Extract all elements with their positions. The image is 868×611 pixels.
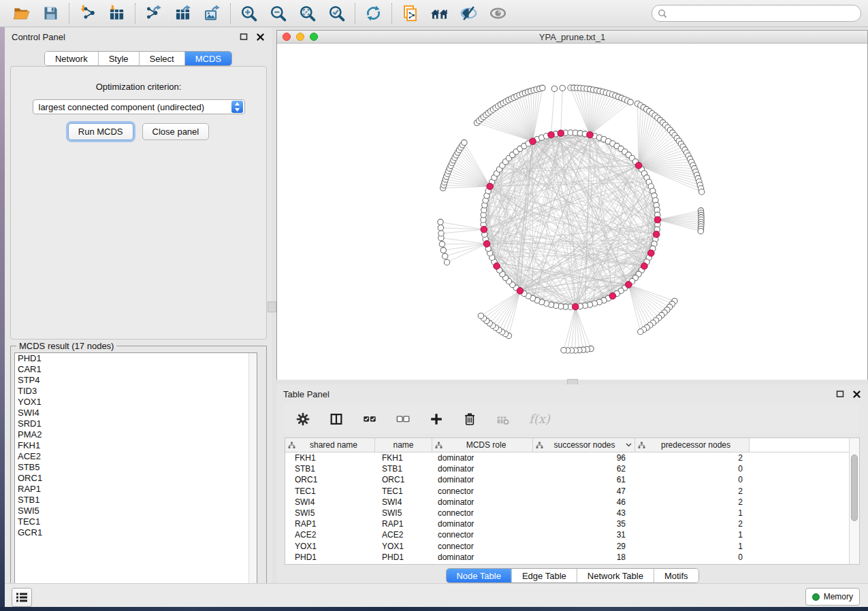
graph-node[interactable] xyxy=(440,248,446,253)
graph-node[interactable] xyxy=(438,225,443,231)
network-window-titlebar[interactable]: YPA_prune.txt_1 xyxy=(277,31,867,44)
zoom-selected-button[interactable] xyxy=(322,3,351,24)
column-header-shared-name[interactable]: shared name xyxy=(285,438,375,452)
mcds-node[interactable] xyxy=(483,241,490,248)
graph-node[interactable] xyxy=(551,86,557,91)
minimize-traffic-light[interactable] xyxy=(296,33,304,41)
graph-node[interactable] xyxy=(698,229,703,234)
column-header-successor-nodes[interactable]: successor nodes xyxy=(533,438,635,452)
table-scrollbar-thumb[interactable] xyxy=(851,455,858,521)
graph-node[interactable] xyxy=(444,259,449,265)
export-network-button[interactable] xyxy=(139,3,168,24)
hide-selected-button[interactable] xyxy=(454,3,483,24)
graph-node[interactable] xyxy=(439,242,445,247)
search-input[interactable] xyxy=(671,7,855,19)
run-mcds-button[interactable]: Run MCDS xyxy=(68,123,133,140)
graph-node[interactable] xyxy=(560,85,565,90)
zoom-out-button[interactable] xyxy=(263,3,293,24)
graph-node[interactable] xyxy=(699,189,705,195)
vertical-splitter-grip[interactable] xyxy=(268,301,276,312)
refresh-layout-button[interactable] xyxy=(359,3,388,24)
result-list-item[interactable]: SRD1 xyxy=(15,418,257,429)
result-list-item[interactable]: FKH1 xyxy=(15,440,257,451)
graph-node[interactable] xyxy=(628,99,633,105)
result-list-item[interactable]: GCR1 xyxy=(15,527,257,538)
table-row[interactable]: ORC1ORC1dominator610 xyxy=(285,474,859,485)
vertical-splitter[interactable] xyxy=(272,27,276,583)
mcds-node[interactable] xyxy=(626,282,632,288)
close-icon[interactable] xyxy=(254,31,266,43)
result-list-item[interactable]: STB1 xyxy=(15,495,257,506)
new-network-from-selection-button[interactable] xyxy=(396,3,425,24)
tab-select[interactable]: Select xyxy=(139,52,184,65)
open-file-button[interactable] xyxy=(7,3,36,24)
horizontal-splitter[interactable] xyxy=(276,380,868,384)
mcds-node[interactable] xyxy=(653,231,660,238)
graph-node[interactable] xyxy=(438,219,443,225)
show-columns-button[interactable] xyxy=(329,412,344,427)
tab-mcds[interactable]: MCDS xyxy=(184,52,231,65)
table-row[interactable]: RAP1RAP1dominator352 xyxy=(285,518,859,529)
table-row[interactable]: FKH1FKH1dominator962 xyxy=(285,452,859,463)
table-tab-motifs[interactable]: Motifs xyxy=(654,569,698,582)
table-row[interactable]: STB1STB1dominator620 xyxy=(285,463,859,474)
zoom-fit-button[interactable] xyxy=(293,3,322,24)
tab-style[interactable]: Style xyxy=(98,52,139,65)
mcds-node[interactable] xyxy=(572,303,579,310)
maximize-traffic-light[interactable] xyxy=(310,33,318,41)
mcds-node[interactable] xyxy=(648,250,655,257)
table-tab-network-table[interactable]: Network Table xyxy=(577,569,654,582)
node-table[interactable]: shared namenameMCDS rolesuccessor nodesp… xyxy=(285,437,860,565)
graph-node[interactable] xyxy=(443,254,448,259)
graph-node[interactable] xyxy=(540,85,545,90)
column-header-name[interactable]: name xyxy=(375,438,432,452)
result-list-item[interactable]: ORC1 xyxy=(15,473,257,484)
mcds-node[interactable] xyxy=(558,130,564,137)
mcds-node[interactable] xyxy=(494,263,500,269)
table-row[interactable]: YOX1YOX1connector291 xyxy=(285,541,859,552)
table-row[interactable]: TEC1TEC1connector472 xyxy=(285,486,859,497)
result-list-item[interactable]: TID3 xyxy=(15,386,257,397)
mcds-node[interactable] xyxy=(487,183,494,190)
column-header-MCDS-role[interactable]: MCDS role xyxy=(432,438,533,452)
result-list-item[interactable]: PMA2 xyxy=(15,429,257,440)
close-icon[interactable] xyxy=(850,388,863,400)
close-panel-button[interactable]: Close panel xyxy=(142,123,210,140)
result-list-item[interactable]: ACE2 xyxy=(15,451,257,462)
mcds-node[interactable] xyxy=(548,131,555,138)
export-table-button[interactable] xyxy=(168,3,197,24)
graph-node[interactable] xyxy=(462,139,467,145)
save-session-button[interactable] xyxy=(36,3,65,24)
mcds-node[interactable] xyxy=(654,216,661,223)
show-all-button[interactable] xyxy=(483,3,513,24)
mcds-node[interactable] xyxy=(641,263,648,269)
table-row[interactable]: SWI4SWI4dominator462 xyxy=(285,497,859,508)
result-list-item[interactable]: PHD1 xyxy=(15,353,257,364)
result-list-scrollbar[interactable] xyxy=(248,353,257,596)
network-canvas[interactable] xyxy=(277,44,867,380)
mcds-node[interactable] xyxy=(587,131,594,138)
first-neighbors-button[interactable] xyxy=(425,3,454,24)
table-row[interactable]: ACE2ACE2connector311 xyxy=(285,529,859,540)
table-row[interactable]: SWI5SWI5connector431 xyxy=(285,508,859,518)
result-list-item[interactable]: YOX1 xyxy=(15,397,257,408)
mcds-result-list[interactable]: PHD1CAR1STP4TID3YOX1SWI4SRD1PMA2FKH1ACE2… xyxy=(14,352,257,597)
result-list-item[interactable]: SWI5 xyxy=(15,506,257,516)
result-list-item[interactable]: STP4 xyxy=(15,375,257,386)
add-row-button[interactable] xyxy=(429,412,444,427)
mcds-node[interactable] xyxy=(530,138,536,145)
result-list-item[interactable]: RAP1 xyxy=(15,484,257,495)
mcds-node[interactable] xyxy=(517,288,524,295)
table-tab-node-table[interactable]: Node Table xyxy=(446,569,511,582)
graph-node[interactable] xyxy=(561,348,566,353)
result-list-item[interactable]: CAR1 xyxy=(15,364,257,375)
memory-button[interactable]: Memory xyxy=(805,588,860,606)
float-icon[interactable] xyxy=(238,31,250,43)
export-image-button[interactable] xyxy=(197,3,227,24)
result-list-item[interactable]: SWI4 xyxy=(15,408,257,418)
table-tab-edge-table[interactable]: Edge Table xyxy=(511,569,577,582)
mcds-node[interactable] xyxy=(481,227,487,233)
graph-node[interactable] xyxy=(638,329,643,334)
tab-network[interactable]: Network xyxy=(45,52,98,65)
table-scrollbar[interactable] xyxy=(849,438,859,564)
